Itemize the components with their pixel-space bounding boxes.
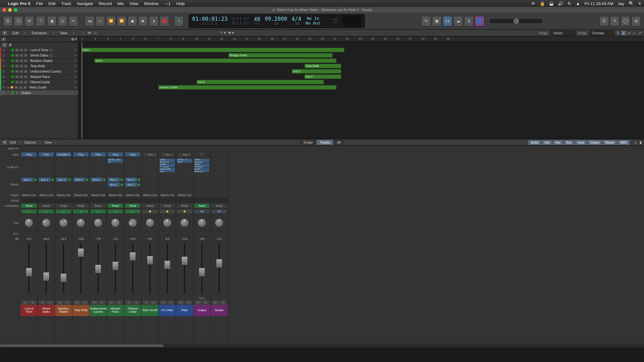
- fader[interactable]: [132, 243, 133, 293]
- send-knob[interactable]: [138, 184, 140, 186]
- solo-button[interactable]: S: [185, 300, 192, 304]
- send-slot[interactable]: Bus 1: [108, 178, 120, 182]
- track-icon[interactable]: ♪: [39, 210, 54, 213]
- audiofx-slot[interactable]: SV31...k2 St: [108, 159, 123, 163]
- solo-button[interactable]: S: [47, 300, 53, 304]
- channel-name[interactable]: Lord of Toms: [20, 305, 37, 316]
- filter-tab-inst[interactable]: Inst: [542, 140, 552, 145]
- solo-button[interactable]: S: [202, 300, 209, 304]
- send-slot[interactable]: Bus 1: [125, 178, 137, 182]
- audiofx-slot[interactable]: UAD Precisi: [194, 168, 209, 172]
- record-enable-button[interactable]: R: [23, 86, 27, 89]
- automation-mode[interactable]: Read: [177, 204, 192, 208]
- fader[interactable]: [97, 243, 99, 293]
- record-enable-button[interactable]: R: [24, 59, 28, 63]
- channel-name[interactable]: Master: [211, 305, 228, 316]
- notes-button[interactable]: ✎: [610, 16, 619, 26]
- track-icon[interactable]: [177, 210, 192, 213]
- vca-slot[interactable]: [193, 231, 210, 236]
- output-slot[interactable]: Stereo Out: [108, 194, 122, 197]
- output-slot[interactable]: Stereo Out: [39, 194, 53, 197]
- mixer-tab-all[interactable]: All: [334, 140, 344, 145]
- vca-slot[interactable]: [90, 231, 107, 236]
- mixer-tab-single[interactable]: Single: [300, 140, 316, 145]
- group-slot[interactable]: [193, 198, 210, 203]
- pan-knob[interactable]: [180, 218, 189, 227]
- audiofx-slot[interactable]: UAD Cooper: [160, 163, 175, 167]
- record-enable-button[interactable]: R: [24, 54, 28, 57]
- duplicate-track-button[interactable]: ⊞: [9, 43, 12, 47]
- vca-slot[interactable]: [124, 231, 141, 236]
- track-header[interactable]: 11MOutput: [0, 90, 78, 96]
- mute-button[interactable]: M: [15, 48, 19, 52]
- input-icon[interactable]: ◯: [144, 153, 147, 156]
- track-header[interactable]: 4MSRTimp Rolls: [0, 63, 78, 69]
- fader[interactable]: [167, 243, 168, 293]
- audiofx-slot[interactable]: UAD Oxford: [194, 163, 209, 167]
- pan-knob[interactable]: [146, 218, 154, 227]
- mixer-button[interactable]: ⫼: [58, 16, 67, 26]
- fader[interactable]: [63, 243, 64, 293]
- input-slot[interactable]: Play: [21, 152, 36, 156]
- solo-button[interactable]: S: [81, 300, 88, 304]
- output-slot[interactable]: Stereo Out: [91, 194, 105, 197]
- play-from-start-button[interactable]: ▹: [96, 16, 105, 26]
- mute-button[interactable]: M: [15, 64, 19, 68]
- mute-button[interactable]: M: [39, 300, 46, 304]
- channel-name[interactable]: Warped Piano: [107, 305, 124, 316]
- track-header[interactable]: 5MSRUndiscovered Country: [0, 69, 78, 74]
- track-header[interactable]: 6MSRWarped Piano: [0, 74, 78, 80]
- send-knob[interactable]: [138, 178, 140, 181]
- go-to-start-button[interactable]: ⏮: [85, 16, 94, 26]
- pan-knob[interactable]: [94, 218, 103, 227]
- group-slot[interactable]: [159, 198, 176, 203]
- track-header[interactable]: 8▶MSRRetro Sunth: [0, 85, 78, 90]
- vca-slot[interactable]: [142, 231, 158, 236]
- smart-controls-button[interactable]: ◉: [47, 16, 57, 26]
- lcd-signature[interactable]: 4/4: [291, 16, 301, 22]
- solo-button[interactable]: S: [19, 54, 23, 57]
- audiofx-slot[interactable]: UAD Roland: [160, 159, 175, 163]
- solo-button[interactable]: S: [29, 300, 36, 304]
- solo-button[interactable]: S: [64, 300, 71, 304]
- track-name[interactable]: Timp Rolls: [29, 64, 73, 68]
- automation-mode[interactable]: Read: [160, 204, 175, 208]
- send-knob[interactable]: [120, 178, 123, 181]
- pan-knob[interactable]: [111, 218, 120, 227]
- mute-button[interactable]: M: [125, 300, 132, 304]
- add-track-plus[interactable]: +: [1, 37, 6, 41]
- stop-button[interactable]: ⏹: [128, 16, 137, 26]
- channel-name[interactable]: Output: [193, 305, 210, 316]
- channel-name[interactable]: Undiscovered Country: [90, 305, 107, 316]
- fader[interactable]: [46, 243, 47, 293]
- output-slot[interactable]: Stereo Out: [126, 194, 140, 197]
- browser-button[interactable]: ⊞: [631, 16, 641, 26]
- solo-button[interactable]: S: [19, 70, 23, 73]
- track-header[interactable]: 2MSRShrine Daiko [1]: [0, 53, 78, 58]
- count-in-button[interactable]: ☁: [453, 16, 463, 26]
- filter-tab-audio[interactable]: Audio: [528, 140, 541, 145]
- solo-button[interactable]: S: [19, 86, 23, 89]
- clock[interactable]: Fri 11:28:43 AM: [585, 1, 613, 6]
- audiofx-slot[interactable]: UAD API Vis: [160, 168, 175, 172]
- track-name[interactable]: Filtered Guitar: [29, 80, 73, 84]
- mute-button[interactable]: M: [15, 91, 19, 95]
- filter-tab-midi[interactable]: MIDI: [618, 140, 630, 145]
- send-slot[interactable]: Bus 2: [39, 178, 51, 182]
- mixer-menu-button[interactable]: ▾: [3, 140, 7, 145]
- menu-file[interactable]: File: [36, 1, 43, 6]
- wifi-icon[interactable]: ▲: [576, 1, 580, 6]
- track-name[interactable]: Undiscovered Country: [29, 70, 73, 73]
- output-slot[interactable]: Stereo Out: [160, 194, 174, 197]
- mute-button[interactable]: M: [15, 59, 19, 63]
- send-knob[interactable]: [51, 178, 54, 181]
- lcd-timecode[interactable]: 01:00:01:23: [192, 16, 228, 22]
- send-knob[interactable]: [120, 184, 123, 186]
- add-track-button-2[interactable]: +: [2, 43, 7, 47]
- track-icon[interactable]: ♪: [108, 210, 123, 213]
- track-options[interactable]: [74, 54, 76, 57]
- list-editors-button[interactable]: ☰: [599, 16, 609, 26]
- tracks-menu-button[interactable]: ▾: [3, 31, 7, 35]
- track-icon[interactable]: [142, 210, 158, 213]
- vca-slot[interactable]: [55, 231, 72, 236]
